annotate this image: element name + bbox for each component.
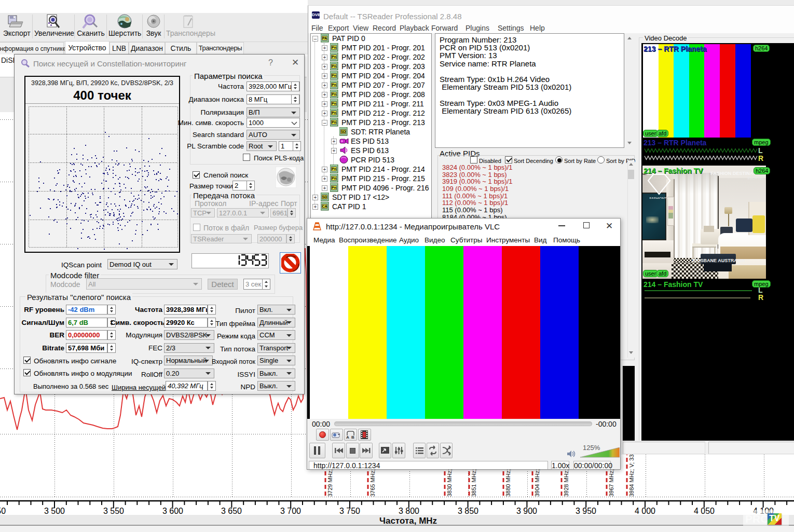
svg-text:SD: SD (341, 130, 346, 133)
svg-text:3 500: 3 500 (44, 507, 65, 515)
svg-text:Pn: Pn (332, 92, 336, 96)
svg-text:B: B (351, 435, 354, 440)
svg-text:3904 MHz;: 3904 MHz; (534, 469, 540, 497)
svg-text:PA: PA (322, 36, 327, 40)
svg-text:Pn: Pn (332, 64, 336, 68)
svg-text:CA: CA (322, 204, 327, 208)
svg-text:3830 MHz;: 3830 MHz; (446, 469, 453, 497)
svg-text:FASHIONTV: FASHIONTV (650, 197, 669, 199)
svg-text:3967 MHz;: 3967 MHz; (608, 469, 614, 497)
svg-text:4 050: 4 050 (694, 507, 715, 515)
svg-text:3 850: 3 850 (458, 507, 478, 515)
svg-text:Pn: Pn (332, 167, 336, 171)
svg-text:3 750: 3 750 (339, 507, 360, 515)
svg-text:Pn: Pn (332, 102, 336, 105)
svg-text:3880 MHz;: 3880 MHz; (505, 469, 511, 497)
svg-text:SD: SD (322, 195, 327, 199)
svg-text:3765 MHz;: 3765 MHz; (369, 469, 376, 497)
svg-text:3928 MHz;: 3928 MHz; (563, 469, 569, 497)
svg-text:A: A (346, 435, 349, 440)
svg-text:Pn: Pn (332, 176, 336, 180)
svg-text:3729 MHz;: 3729 MHz; (327, 469, 333, 497)
svg-text:4 000: 4 000 (635, 507, 655, 515)
svg-text:3 900: 3 900 (516, 507, 537, 515)
svg-text:3 700: 3 700 (280, 507, 301, 515)
svg-text:3 600: 3 600 (162, 507, 183, 515)
svg-text:3 650: 3 650 (221, 507, 242, 515)
svg-text:Pn: Pn (332, 83, 336, 87)
svg-text:Pn: Pn (332, 186, 336, 189)
svg-text:3851 MHz;: 3851 MHz; (471, 469, 477, 497)
svg-text:3 950: 3 950 (576, 507, 596, 515)
svg-text:Pn: Pn (332, 111, 336, 115)
svg-text:Pn: Pn (332, 74, 336, 77)
svg-text:Pn: Pn (332, 46, 336, 49)
svg-text:3 550: 3 550 (103, 507, 124, 515)
svg-text:3984 MHz; V; 339: 3984 MHz; V; 339 (628, 451, 635, 497)
svg-text:3 450: 3 450 (0, 507, 6, 515)
svg-text:Pn: Pn (332, 55, 336, 59)
svg-text:Pn: Pn (332, 120, 336, 124)
svg-text:3 800: 3 800 (399, 507, 419, 515)
